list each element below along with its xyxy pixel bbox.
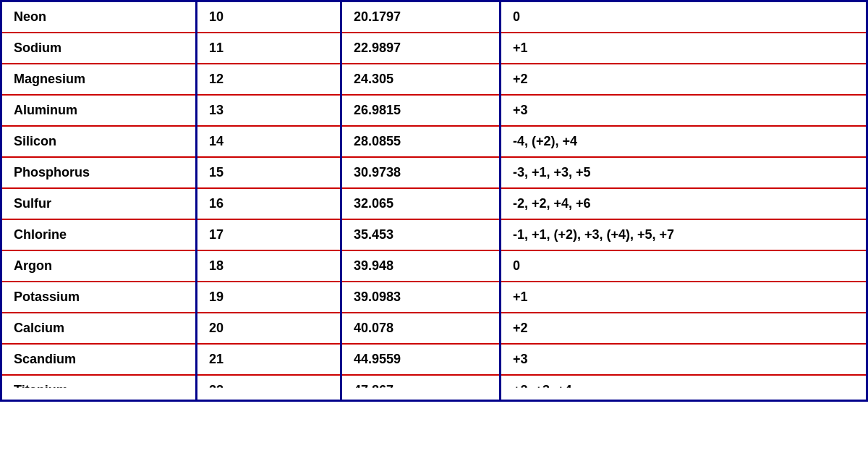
element-name: Aluminum (1, 95, 197, 126)
element-name: Potassium (1, 282, 197, 313)
table-row: Calcium2040.078+2 (1, 313, 867, 344)
atomic-weight: 44.9559 (341, 344, 501, 375)
atomic-weight: 39.948 (341, 250, 501, 282)
table-row: Silicon1428.0855-4, (+2), +4 (1, 126, 867, 157)
atomic-number: 19 (197, 282, 341, 313)
table-row: Magnesium1224.305+2 (1, 64, 867, 95)
atomic-weight: 32.065 (341, 188, 501, 219)
atomic-weight: 24.305 (341, 64, 501, 95)
elements-table: Neon1020.17970Sodium1122.9897+1Magnesium… (0, 0, 868, 402)
oxidation-states: 0 (501, 250, 867, 282)
atomic-weight: 30.9738 (341, 157, 501, 188)
element-name: Calcium (1, 313, 197, 344)
atomic-number: 14 (197, 126, 341, 157)
element-name: Chlorine (1, 219, 197, 250)
atomic-weight: 35.453 (341, 219, 501, 250)
element-name: Argon (1, 250, 197, 282)
oxidation-states: +1 (501, 282, 867, 313)
oxidation-states: +2, +3, +4 (501, 375, 867, 401)
atomic-number: 22 (197, 375, 341, 401)
table-row: Sulfur1632.065-2, +2, +4, +6 (1, 188, 867, 219)
table-row: Sodium1122.9897+1 (1, 33, 867, 64)
oxidation-states: 0 (501, 1, 867, 33)
atomic-number: 13 (197, 95, 341, 126)
atomic-number: 11 (197, 33, 341, 64)
element-name: Silicon (1, 126, 197, 157)
atomic-weight: 22.9897 (341, 33, 501, 64)
atomic-weight: 40.078 (341, 313, 501, 344)
atomic-weight: 47.867 (341, 375, 501, 401)
oxidation-states: -3, +1, +3, +5 (501, 157, 867, 188)
element-name: Magnesium (1, 64, 197, 95)
oxidation-states: -1, +1, (+2), +3, (+4), +5, +7 (501, 219, 867, 250)
atomic-number: 15 (197, 157, 341, 188)
oxidation-states: +2 (501, 64, 867, 95)
oxidation-states: -2, +2, +4, +6 (501, 188, 867, 219)
atomic-number: 21 (197, 344, 341, 375)
table-row: Potassium1939.0983+1 (1, 282, 867, 313)
element-name: Sodium (1, 33, 197, 64)
atomic-number: 17 (197, 219, 341, 250)
table-row: Neon1020.17970 (1, 1, 867, 33)
oxidation-states: +3 (501, 95, 867, 126)
oxidation-states: +3 (501, 344, 867, 375)
atomic-weight: 28.0855 (341, 126, 501, 157)
atomic-number: 18 (197, 250, 341, 282)
atomic-number: 20 (197, 313, 341, 344)
table-row: Scandium2144.9559+3 (1, 344, 867, 375)
oxidation-states: -4, (+2), +4 (501, 126, 867, 157)
atomic-weight: 39.0983 (341, 282, 501, 313)
element-name: Neon (1, 1, 197, 33)
table-row: Titanium2247.867+2, +3, +4 (1, 375, 867, 401)
atomic-number: 12 (197, 64, 341, 95)
table-row: Phosphorus1530.9738-3, +1, +3, +5 (1, 157, 867, 188)
atomic-weight: 20.1797 (341, 1, 501, 33)
atomic-number: 16 (197, 188, 341, 219)
element-name: Titanium (1, 375, 197, 401)
element-name: Phosphorus (1, 157, 197, 188)
atomic-number: 10 (197, 1, 341, 33)
table-row: Chlorine1735.453-1, +1, (+2), +3, (+4), … (1, 219, 867, 250)
oxidation-states: +1 (501, 33, 867, 64)
element-name: Sulfur (1, 188, 197, 219)
oxidation-states: +2 (501, 313, 867, 344)
atomic-weight: 26.9815 (341, 95, 501, 126)
table-row: Argon1839.9480 (1, 250, 867, 282)
table-row: Aluminum1326.9815+3 (1, 95, 867, 126)
element-name: Scandium (1, 344, 197, 375)
